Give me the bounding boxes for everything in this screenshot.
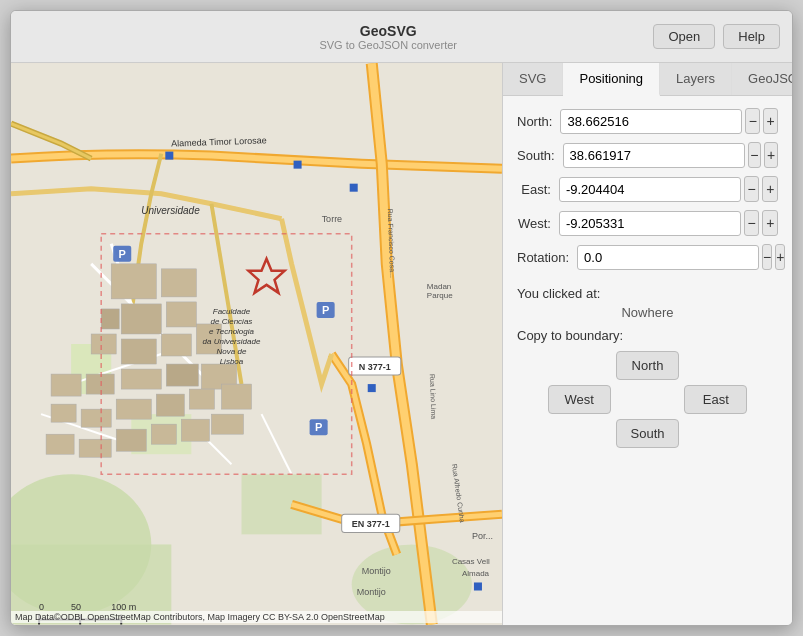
svg-rect-29 <box>116 429 146 451</box>
svg-rect-25 <box>189 389 214 409</box>
svg-text:Almada: Almada <box>462 569 490 578</box>
copy-boundary-label: Copy to boundary: <box>517 328 778 343</box>
west-plus-btn[interactable]: + <box>762 210 778 236</box>
svg-rect-4 <box>241 474 321 534</box>
clicked-label: You clicked at: <box>517 286 778 301</box>
boundary-center-empty <box>548 351 611 380</box>
west-label: West: <box>517 216 559 231</box>
south-label: South: <box>517 148 563 163</box>
svg-text:e Tecnologia: e Tecnologia <box>209 327 255 336</box>
open-button[interactable]: Open <box>653 24 715 49</box>
clicked-value: Nowhere <box>517 301 778 328</box>
svg-rect-12 <box>91 334 116 354</box>
south-minus-btn[interactable]: − <box>748 142 762 168</box>
north-input[interactable] <box>560 109 742 134</box>
map-area: P P P Universidade Faculdade de Ciencias <box>11 63 502 625</box>
svg-text:de Ciencias: de Ciencias <box>211 317 253 326</box>
tab-positioning[interactable]: Positioning <box>563 63 660 96</box>
east-row: East: − + <box>517 176 778 202</box>
rotation-input[interactable] <box>577 245 759 270</box>
tabs-bar: SVG Positioning Layers GeoJSON <box>503 63 792 96</box>
rotation-row: Rotation: − + <box>517 244 778 270</box>
tab-layers[interactable]: Layers <box>660 63 732 95</box>
svg-rect-11 <box>101 309 119 329</box>
svg-rect-43 <box>474 582 482 590</box>
boundary-south-btn[interactable]: South <box>616 419 679 448</box>
svg-rect-13 <box>121 339 156 364</box>
svg-rect-27 <box>46 434 74 454</box>
south-row: South: − + <box>517 142 778 168</box>
north-minus-btn[interactable]: − <box>745 108 760 134</box>
svg-rect-30 <box>151 424 176 444</box>
svg-text:Montijo: Montijo <box>362 566 391 576</box>
title-buttons: Open Help <box>653 24 780 49</box>
svg-text:P: P <box>315 421 322 433</box>
svg-rect-17 <box>166 364 198 386</box>
svg-text:P: P <box>322 304 329 316</box>
map-svg: P P P Universidade Faculdade de Ciencias <box>11 63 502 625</box>
svg-rect-18 <box>121 369 161 389</box>
side-panel: SVG Positioning Layers GeoJSON North: − … <box>502 63 792 625</box>
svg-text:Lisboa: Lisboa <box>220 357 244 366</box>
rotation-plus-btn[interactable]: + <box>775 244 785 270</box>
boundary-west-btn[interactable]: West <box>548 385 611 414</box>
svg-rect-8 <box>161 269 196 297</box>
app-title: GeoSVG <box>123 23 653 39</box>
svg-text:Madan: Madan <box>427 282 451 291</box>
svg-rect-40 <box>294 161 302 169</box>
clicked-section: You clicked at: Nowhere Copy to boundary… <box>517 278 778 448</box>
east-label: East: <box>517 182 559 197</box>
svg-rect-28 <box>79 439 111 457</box>
svg-text:EN 377-1: EN 377-1 <box>352 519 390 529</box>
svg-text:Casas Vell: Casas Vell <box>452 557 490 566</box>
east-minus-btn[interactable]: − <box>744 176 760 202</box>
tab-svg[interactable]: SVG <box>503 63 563 95</box>
boundary-grid: North West East South <box>548 351 748 448</box>
east-input[interactable] <box>559 177 741 202</box>
svg-rect-20 <box>86 374 114 394</box>
svg-rect-23 <box>116 399 151 419</box>
panel-content: North: − + South: − + East: − + <box>503 96 792 625</box>
svg-text:Faculdade: Faculdade <box>213 307 251 316</box>
app-subtitle: SVG to GeoJSON converter <box>123 39 653 51</box>
app-window: GeoSVG SVG to GeoJSON converter Open Hel… <box>10 10 793 626</box>
svg-text:Parque: Parque <box>427 291 453 300</box>
south-input[interactable] <box>563 143 745 168</box>
svg-rect-10 <box>166 302 196 327</box>
svg-rect-41 <box>350 184 358 192</box>
south-plus-btn[interactable]: + <box>764 142 778 168</box>
north-plus-btn[interactable]: + <box>763 108 778 134</box>
svg-rect-31 <box>181 419 209 441</box>
north-label: North: <box>517 114 560 129</box>
svg-rect-19 <box>51 374 81 396</box>
svg-text:Por...: Por... <box>472 531 493 541</box>
svg-text:Montijo: Montijo <box>357 587 386 597</box>
svg-rect-22 <box>81 409 111 427</box>
title-center: GeoSVG SVG to GeoJSON converter <box>123 23 653 51</box>
svg-rect-7 <box>111 264 156 299</box>
svg-rect-39 <box>165 152 173 160</box>
svg-text:N 377-1: N 377-1 <box>359 362 391 372</box>
svg-text:P: P <box>119 248 126 260</box>
boundary-east-btn[interactable]: East <box>684 385 747 414</box>
north-row: North: − + <box>517 108 778 134</box>
west-row: West: − + <box>517 210 778 236</box>
svg-rect-26 <box>221 384 251 409</box>
rotation-minus-btn[interactable]: − <box>762 244 772 270</box>
west-minus-btn[interactable]: − <box>744 210 760 236</box>
svg-rect-21 <box>51 404 76 422</box>
main-content: P P P Universidade Faculdade de Ciencias <box>11 63 792 625</box>
svg-rect-32 <box>211 414 243 434</box>
svg-text:Torre: Torre <box>322 214 343 224</box>
svg-rect-9 <box>121 304 161 334</box>
svg-rect-14 <box>161 334 191 356</box>
east-plus-btn[interactable]: + <box>762 176 778 202</box>
boundary-north-btn[interactable]: North <box>616 351 679 380</box>
svg-text:da Universidade: da Universidade <box>203 337 261 346</box>
west-input[interactable] <box>559 211 741 236</box>
map-attribution: Map Data©ODBL OpenStreetMap Contributors… <box>11 611 502 623</box>
rotation-label: Rotation: <box>517 250 577 265</box>
help-button[interactable]: Help <box>723 24 780 49</box>
svg-text:Nova de: Nova de <box>217 347 247 356</box>
tab-geojson[interactable]: GeoJSON <box>732 63 792 95</box>
